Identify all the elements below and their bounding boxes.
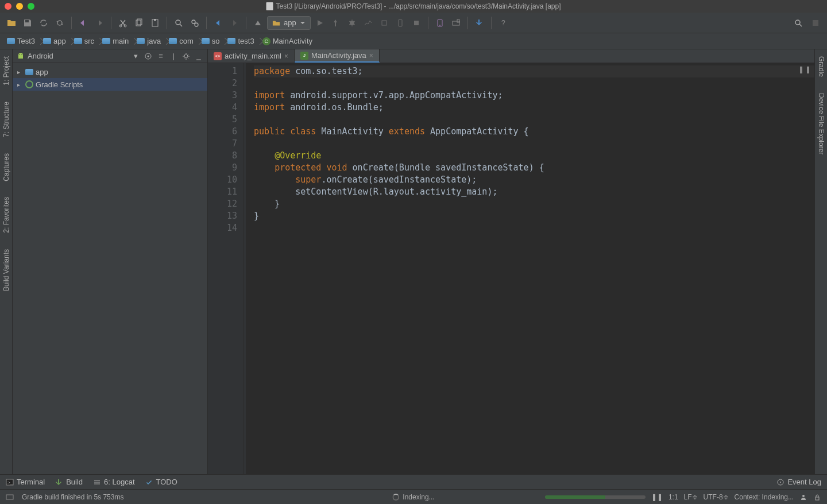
search-everywhere-button[interactable] [791,16,805,30]
refresh-button[interactable] [53,16,67,30]
attach-debugger-button[interactable] [377,16,391,30]
build-button[interactable] [251,16,265,30]
tool-window-tab[interactable]: Device File Explorer [816,90,826,158]
download-button[interactable] [473,16,486,30]
stop-button[interactable] [409,16,423,30]
tool-window-tab[interactable]: 1: Project [1,53,11,89]
device-button[interactable] [393,16,407,30]
project-view-mode[interactable]: Android [28,52,128,60]
expand-arrow-icon[interactable]: ▸ [17,69,23,75]
hide-panel-icon[interactable]: ⎯ [194,51,204,61]
tool-window-tab[interactable]: 2: Favorites [1,193,11,237]
context-status[interactable]: Context: Indexing... [735,493,794,501]
redo-button[interactable] [92,16,106,30]
caret-position[interactable]: 1:1 [668,493,678,501]
tree-row[interactable]: ▸app [13,65,207,78]
line-number-gutter[interactable]: 1 2 3 4 5 6 7 8 9 10 11 12 13 14 [208,63,244,474]
paste-button[interactable] [148,16,162,30]
back-button[interactable] [211,16,225,30]
progress-bar[interactable] [545,495,646,499]
collapse-all-icon[interactable]: ≡ [156,51,166,61]
tool-window-tab[interactable]: Build Variants [1,246,11,294]
replace-button[interactable] [188,16,202,30]
sync-button[interactable] [37,16,51,30]
expand-arrow-icon[interactable]: ▸ [17,82,23,88]
save-all-button[interactable] [21,16,34,30]
sdk-manager-button[interactable] [449,16,463,30]
breadcrumb-segment[interactable]: src [71,36,99,46]
copy-button[interactable] [132,16,146,30]
event-log-tab[interactable]: Event Log [776,478,821,486]
breadcrumb-label: src [84,37,94,45]
tool-window-tab[interactable]: Captures [1,150,11,185]
terminal-tab[interactable]: >_ Terminal [6,478,45,486]
logcat-tab[interactable]: 6: Logcat [93,478,135,486]
run-button[interactable] [313,16,327,30]
separator [428,17,428,29]
window-title: Test3 [/Library/Android/PRO/Test3] - ...… [266,2,561,10]
gear-icon[interactable] [181,51,191,61]
breadcrumb-segment[interactable]: CMainActivity [259,36,317,46]
breadcrumb-segment[interactable]: test3 [224,36,258,46]
close-tab-icon[interactable]: × [369,52,373,60]
breadcrumb-segment[interactable]: com [165,36,198,46]
svg-rect-6 [154,19,156,21]
forward-button[interactable] [227,16,241,30]
line-separator[interactable]: LF≑ [684,493,698,501]
pause-indexing-icon[interactable]: ❚❚ [651,493,663,501]
scroll-to-source-icon[interactable] [143,51,153,61]
right-tool-stripe: GradleDevice File Explorer [814,49,827,474]
separator [467,17,468,29]
editor-inspection-icon[interactable]: ❚❚ [798,65,812,73]
tree-node-label: Gradle Scripts [36,80,83,89]
breadcrumb-segment[interactable]: java [133,36,165,46]
breadcrumb-segment[interactable]: Test3 [3,36,40,46]
undo-button[interactable] [76,16,90,30]
cut-button[interactable] [116,16,130,30]
todo-tab[interactable]: TODO [145,478,177,486]
breadcrumb-segment[interactable]: so [198,36,225,46]
open-button[interactable] [5,16,18,30]
maximize-window-button[interactable] [28,3,34,10]
status-toggle-icon[interactable] [6,493,14,501]
tree-row[interactable]: ▸Gradle Scripts [13,78,207,91]
find-button[interactable] [172,16,186,30]
separator [491,17,492,29]
breadcrumb-label: app [53,37,66,45]
breadcrumb-segment[interactable]: main [99,36,133,46]
profile-button[interactable] [361,16,375,30]
run-configuration-selector[interactable]: app [267,16,311,30]
svg-point-15 [439,25,440,26]
folder-icon [137,38,145,44]
minimize-window-button[interactable] [16,3,23,10]
window-title-text: Test3 [/Library/Android/PRO/Test3] - ...… [276,2,561,10]
tool-window-tab[interactable]: Gradle [816,53,826,80]
close-window-button[interactable] [5,3,11,10]
tool-window-tab[interactable]: 7: Structure [1,98,11,141]
folder-icon [202,38,210,44]
editor-tab[interactable]: JMainActivity.java× [295,49,380,63]
settings-gear-button[interactable] [809,16,822,30]
inspection-profile-icon[interactable] [799,493,807,501]
project-tree[interactable]: ▸app▸Gradle Scripts [13,63,207,93]
svg-rect-20 [813,20,818,26]
project-panel-header: Android ▾ ≡ | ⎯ [13,49,207,63]
event-log-tab-label: Event Log [787,478,821,486]
avd-manager-button[interactable] [433,16,447,30]
svg-rect-16 [453,21,459,25]
build-icon [55,478,63,486]
chevron-down-icon[interactable]: ▾ [130,51,141,61]
editor-tab[interactable]: <>activity_main.xml× [208,49,295,63]
apply-changes-button[interactable] [329,16,343,30]
breadcrumb-label: com [179,37,194,45]
lock-icon[interactable] [813,493,821,501]
code-editor[interactable]: package com.so.test3; import android.sup… [244,63,814,474]
debug-button[interactable] [345,16,359,30]
build-tab[interactable]: Build [55,478,83,486]
file-encoding[interactable]: UTF-8≑ [704,493,729,501]
breadcrumb-segment[interactable]: app [40,36,71,46]
status-message: Gradle build finished in 5s 753ms [22,493,123,501]
help-button[interactable]: ? [496,16,510,30]
build-tab-label: Build [66,478,83,486]
close-tab-icon[interactable]: × [284,52,288,60]
